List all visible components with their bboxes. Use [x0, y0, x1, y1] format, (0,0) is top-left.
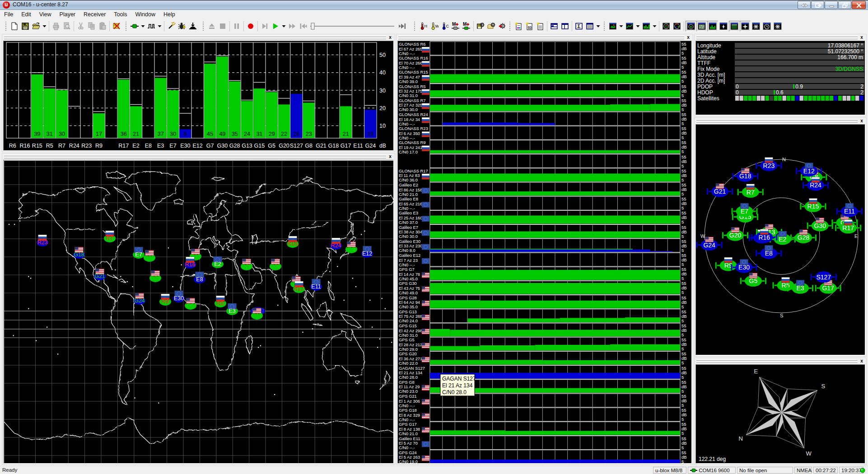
fast-forward-button[interactable]: [287, 21, 298, 32]
open-dropdown[interactable]: [42, 21, 47, 32]
configure-view-button[interactable]: [560, 21, 570, 32]
menu-help[interactable]: Help: [159, 10, 179, 19]
new-file-button[interactable]: [9, 21, 20, 32]
minimize-button[interactable]: [825, 1, 838, 9]
warmstart-button[interactable]: W: [429, 21, 439, 32]
compass-pane-grip[interactable]: x: [695, 358, 866, 364]
open-button[interactable]: [31, 21, 42, 32]
poll-all-messages-button[interactable]: M: [461, 21, 472, 32]
sky-sat-label-E8: E8: [765, 250, 773, 257]
toggle-skyview-window-button[interactable]: [740, 21, 751, 32]
player-position-slider[interactable]: [308, 21, 397, 32]
save-button[interactable]: [20, 21, 31, 32]
play-button[interactable]: [270, 21, 281, 32]
sat-row-R17: GLONASS R17El 11 Az 83C/N0 36.055dB5: [399, 168, 687, 183]
jump-start-button[interactable]: [298, 21, 308, 32]
data-pane-grip[interactable]: x: [695, 35, 866, 40]
binary-console-button[interactable]: 01: [524, 21, 535, 32]
histogram-view-button[interactable]: [641, 21, 652, 32]
detach-button[interactable]: [811, 1, 824, 9]
load-config-button[interactable]: [486, 21, 497, 32]
toolbar-grip[interactable]: [5, 21, 8, 31]
map-view-button[interactable]: [607, 21, 618, 32]
satlist-pane-grip[interactable]: x: [397, 35, 692, 40]
connect-dropdown[interactable]: [140, 21, 146, 32]
toggle-data-window-button[interactable]: [729, 21, 740, 32]
pause-button[interactable]: [231, 21, 242, 32]
autobauding-button[interactable]: [166, 21, 177, 32]
baudrate-dropdown[interactable]: [157, 21, 163, 32]
menu-window[interactable]: Window: [131, 10, 159, 19]
toolbar-grip[interactable]: [413, 21, 417, 31]
close-icon[interactable]: x: [387, 154, 393, 159]
close-icon[interactable]: x: [859, 118, 864, 124]
step-button[interactable]: [259, 21, 270, 32]
data-label-hdop: HDOP: [697, 89, 713, 96]
chart-view-button[interactable]: [624, 21, 635, 32]
jump-end-button[interactable]: [397, 21, 408, 32]
connect-button[interactable]: [129, 21, 140, 32]
arrange-button[interactable]: [798, 1, 811, 9]
stop-button[interactable]: [217, 21, 228, 32]
menu-edit[interactable]: Edit: [17, 10, 35, 19]
packet-console-button[interactable]: [513, 21, 524, 32]
toolbar-grip[interactable]: [125, 21, 128, 31]
close-icon[interactable]: x: [387, 35, 393, 40]
restore-button[interactable]: [838, 1, 851, 9]
menu-file[interactable]: File: [0, 10, 17, 19]
sky-pane-grip[interactable]: x: [695, 118, 866, 124]
close-icon[interactable]: x: [859, 358, 864, 364]
table-view-dropdown[interactable]: [595, 21, 601, 32]
toggle-altitude-window-button[interactable]: [772, 21, 783, 32]
text-console-button[interactable]: [535, 21, 546, 32]
eject-button[interactable]: [206, 21, 217, 32]
close-logfile-button[interactable]: [111, 21, 122, 32]
save-config-button[interactable]: [475, 21, 486, 32]
map-pane-grip[interactable]: x: [3, 154, 394, 159]
close-icon[interactable]: x: [859, 35, 864, 40]
record-button[interactable]: [245, 21, 256, 32]
title-bar[interactable]: u COM16 - u-center 8.27: [0, 0, 868, 10]
debug-messages-button[interactable]: [177, 21, 187, 32]
toolbar-grip[interactable]: [509, 21, 512, 31]
sat-square-R24: [757, 96, 761, 101]
menu-player[interactable]: Player: [56, 10, 79, 19]
toggle-map-window-button[interactable]: [696, 21, 707, 32]
baudrate-button[interactable]: [146, 21, 157, 32]
poll-message-button[interactable]: M: [450, 21, 461, 32]
messages-view-button[interactable]: [549, 21, 560, 32]
print-preview-button[interactable]: [61, 21, 72, 32]
menu-receiver[interactable]: Receiver: [79, 10, 110, 19]
paste-button[interactable]: [97, 21, 108, 32]
sat-elaz-G24: El 5 Az 263: [399, 455, 420, 460]
coldstart-button[interactable]: C: [439, 21, 450, 32]
close-button[interactable]: [852, 1, 866, 9]
deviation-map-button[interactable]: [661, 21, 672, 32]
copy-button[interactable]: [86, 21, 97, 32]
map-island-dot: [115, 270, 116, 270]
menu-tools[interactable]: Tools: [110, 10, 131, 19]
map-view-dropdown[interactable]: [618, 21, 624, 32]
table-view-button[interactable]: [584, 21, 595, 32]
sky-view-button[interactable]: [672, 21, 682, 32]
signal-pane-grip[interactable]: x: [3, 35, 394, 40]
histogram-view-dropdown[interactable]: [652, 21, 658, 32]
toggle-chart-window-button[interactable]: [751, 21, 761, 32]
menu-view[interactable]: View: [35, 10, 56, 19]
toggle-clock-window-button[interactable]: [761, 21, 772, 32]
chart-view-dropdown[interactable]: [635, 21, 641, 32]
toggle-compass-window-button[interactable]: [718, 21, 729, 32]
clear-config-button[interactable]: [497, 21, 508, 32]
print-button[interactable]: [51, 21, 61, 32]
firmware-update-button[interactable]: [187, 21, 198, 32]
sat-row-G20: GPS G20El 36 Az 271C/N0 22.055dB5: [399, 351, 687, 366]
toolbar-grip[interactable]: [603, 21, 607, 31]
cut-button[interactable]: [75, 21, 86, 32]
toggle-deviation-map-button[interactable]: [686, 21, 696, 32]
toggle-histogram-window-button[interactable]: [707, 21, 718, 32]
hotstart-button[interactable]: H: [418, 21, 429, 32]
toolbar-grip[interactable]: [202, 21, 205, 31]
close-icon[interactable]: x: [686, 35, 691, 40]
statistic-view-button[interactable]: Σ: [574, 21, 584, 32]
play-dropdown[interactable]: [281, 21, 287, 32]
